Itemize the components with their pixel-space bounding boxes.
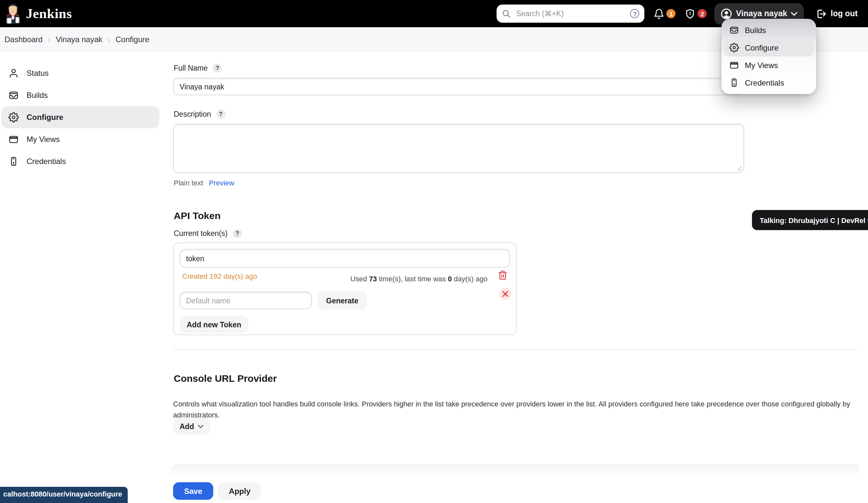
sidebar-item-my-views[interactable]: My Views — [1, 129, 159, 150]
cancel-new-token-button[interactable] — [499, 288, 512, 300]
menu-item-label: Configure — [745, 43, 778, 52]
id-card-icon — [729, 78, 739, 88]
chevron-down-icon — [791, 11, 798, 16]
window-icon — [729, 60, 739, 70]
menu-item-builds[interactable]: Builds — [724, 21, 814, 39]
security-warnings-button[interactable]: 2 — [685, 8, 707, 19]
plain-text-label: Plain text — [174, 179, 203, 187]
delete-token-button[interactable] — [498, 270, 508, 280]
logout-icon — [816, 8, 827, 19]
inbox-icon — [729, 25, 739, 35]
add-provider-button[interactable]: Add — [173, 418, 210, 435]
breadcrumb-separator: › — [48, 35, 51, 44]
jenkins-wordmark: Jenkins — [26, 3, 72, 24]
help-icon[interactable]: ? — [216, 110, 225, 119]
description-textarea[interactable] — [173, 124, 744, 173]
gear-icon — [729, 43, 739, 52]
search-help-icon[interactable]: ? — [630, 9, 640, 18]
generate-token-button[interactable]: Generate — [318, 291, 367, 310]
console-url-provider-heading: Console URL Provider — [174, 373, 277, 384]
avatar-icon — [721, 8, 732, 19]
shield-alert-icon — [685, 8, 696, 19]
add-provider-label: Add — [179, 422, 194, 430]
full-name-label-row: Full Name ? — [174, 63, 222, 73]
current-tokens-label-row: Current token(s) ? — [174, 229, 242, 238]
current-tokens-label: Current token(s) — [174, 229, 228, 237]
jenkins-mascot-icon — [4, 3, 21, 24]
inbox-icon — [8, 90, 19, 101]
resize-grip-icon[interactable] — [737, 166, 742, 171]
description-mode-row: Plain text Preview — [174, 179, 234, 187]
menu-item-label: Credentials — [745, 78, 784, 87]
footer-scroll-edge — [171, 464, 858, 480]
status-url-tooltip: calhost:8080/user/vinaya/configure — [0, 487, 128, 503]
full-name-label: Full Name — [174, 64, 208, 72]
sidebar-item-label: Credentials — [27, 157, 66, 166]
user-icon — [8, 68, 19, 79]
sidebar-item-credentials[interactable]: Credentials — [1, 150, 159, 172]
full-name-input[interactable] — [173, 78, 744, 95]
help-icon[interactable]: ? — [233, 229, 242, 238]
api-token-heading: API Token — [174, 211, 220, 222]
breadcrumb-dashboard[interactable]: Dashboard — [4, 35, 42, 44]
user-name: Vinaya nayak — [736, 9, 787, 18]
section-divider — [173, 349, 858, 350]
user-dropdown-menu: Builds Configure My Views — [722, 19, 816, 94]
footer-action-bar: Save Apply — [173, 482, 261, 500]
menu-item-label: Builds — [745, 25, 766, 35]
window-icon — [8, 134, 19, 145]
breadcrumb-separator: › — [107, 35, 111, 44]
bell-icon — [654, 8, 665, 19]
sidebar-item-label: My Views — [27, 135, 60, 144]
token-usage-text: Used 73 time(s), last time was 0 day(s) … — [350, 275, 487, 283]
sidebar: Status Builds Configure — [1, 62, 159, 172]
notifications-button[interactable]: 1 — [654, 8, 676, 19]
search-icon — [502, 9, 511, 18]
talking-tooltip: Talking: Dhrubajyoti C | DevRel En… — [752, 210, 868, 230]
search-box[interactable]: ? — [497, 4, 645, 23]
description-label-row: Description ? — [174, 110, 225, 119]
logout-label: log out — [831, 9, 858, 18]
close-icon — [503, 291, 508, 297]
preview-link[interactable]: Preview — [209, 179, 234, 187]
new-token-name-input[interactable] — [179, 292, 312, 309]
breadcrumb-user[interactable]: Vinaya nayak — [56, 35, 102, 44]
sidebar-item-status[interactable]: Status — [1, 62, 159, 84]
chevron-down-icon — [198, 424, 204, 428]
gear-icon — [8, 112, 19, 123]
token-name-input[interactable] — [179, 249, 510, 268]
description-field-wrap — [173, 124, 744, 173]
sidebar-item-label: Builds — [27, 91, 48, 100]
breadcrumb-configure: Configure — [116, 35, 149, 44]
sidebar-item-builds[interactable]: Builds — [1, 84, 159, 106]
description-label: Description — [174, 110, 211, 118]
token-created-text: Created 192 day(s) ago — [182, 272, 257, 280]
search-input[interactable] — [515, 9, 627, 18]
token-panel: Created 192 day(s) ago Used 73 time(s), … — [173, 243, 517, 335]
add-new-token-button[interactable]: Add new Token — [179, 316, 248, 333]
save-button[interactable]: Save — [173, 482, 213, 500]
notification-count-badge: 1 — [667, 9, 676, 18]
id-card-icon — [8, 156, 19, 167]
menu-item-label: My Views — [745, 61, 778, 70]
menu-item-my-views[interactable]: My Views — [724, 57, 814, 74]
jenkins-logo[interactable]: Jenkins — [4, 3, 72, 24]
jenkins-user-configure-page: Jenkins ? 1 — [0, 0, 868, 503]
configure-form: Full Name ? Description ? Plain text Pre… — [173, 52, 858, 493]
apply-button[interactable]: Apply — [218, 482, 261, 500]
help-icon[interactable]: ? — [213, 63, 222, 73]
sidebar-item-label: Configure — [27, 113, 63, 122]
security-count-badge: 2 — [698, 9, 707, 18]
sidebar-item-label: Status — [27, 69, 49, 78]
console-url-provider-description: Controls what visualization tool handles… — [173, 399, 858, 420]
menu-item-configure[interactable]: Configure — [724, 39, 814, 57]
logout-button[interactable]: log out — [812, 8, 861, 20]
sidebar-item-configure[interactable]: Configure — [1, 106, 159, 129]
menu-item-credentials[interactable]: Credentials — [724, 74, 814, 91]
trash-icon — [498, 270, 508, 280]
